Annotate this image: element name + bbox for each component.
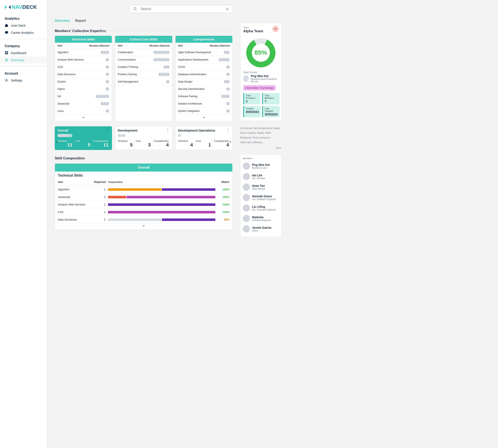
expertise-card-header: Critical Core Skills bbox=[115, 36, 172, 43]
home-icon bbox=[5, 23, 8, 27]
team-creator-label: Team Creator bbox=[243, 71, 278, 74]
expertise-row[interactable]: Solution Architecture bbox=[175, 100, 232, 107]
expertise-row[interactable]: Docker bbox=[55, 78, 112, 85]
composition-bar bbox=[108, 196, 215, 198]
search-input[interactable] bbox=[140, 7, 222, 11]
sidebar-item-career-analytics[interactable]: Career Analytics bbox=[0, 29, 47, 36]
expertise-row[interactable]: Database Administration bbox=[175, 71, 232, 78]
target-icon bbox=[5, 58, 8, 62]
composition-bar bbox=[108, 211, 215, 213]
expertise-row[interactable]: Git bbox=[55, 93, 112, 100]
clear-icon[interactable] bbox=[225, 7, 229, 11]
avatar-stack bbox=[105, 65, 109, 69]
chevron-down-icon bbox=[202, 116, 205, 119]
tab-overview[interactable]: Overview bbox=[55, 19, 70, 23]
kebab-menu-icon[interactable]: ⋮ bbox=[166, 129, 170, 131]
section-title-composition: Skill Composition bbox=[55, 156, 233, 160]
member-row[interactable]: Sean TanData Analyst bbox=[243, 182, 279, 192]
member-row[interactable]: Jennie GarciaIntern bbox=[243, 224, 279, 234]
expertise-card-header: Technical Skills bbox=[55, 36, 112, 43]
avatar-stack bbox=[153, 50, 170, 54]
chevron-left-icon[interactable]: ‹ bbox=[56, 139, 58, 144]
avatar-stack bbox=[101, 50, 109, 54]
sidebar-item-dashboard[interactable]: Dashboard bbox=[0, 49, 47, 56]
svg-rect-0 bbox=[5, 32, 8, 33]
expertise-expand[interactable] bbox=[175, 115, 232, 121]
member-row[interactable]: Png Wee KaiBackend Lead bbox=[243, 161, 279, 171]
svg-point-9 bbox=[134, 8, 136, 10]
composition-row: Algorithm1100% bbox=[55, 186, 232, 193]
avatar-stack bbox=[153, 58, 170, 62]
member-row[interactable]: Ian LimSnr. DevOps bbox=[243, 171, 279, 182]
expertise-row[interactable]: Creative Thinking bbox=[115, 64, 172, 71]
member-row[interactable]: NatashaSoftware Engineer bbox=[243, 213, 279, 224]
avatar-stack bbox=[226, 102, 230, 106]
avatar-stack bbox=[105, 72, 109, 76]
member-row[interactable]: Liu LilingSnr. Software Engineer bbox=[243, 203, 279, 213]
expertise-row[interactable]: Collaboration bbox=[115, 49, 172, 56]
nav-heading-account: Account bbox=[0, 69, 47, 77]
logo-icon bbox=[5, 5, 11, 10]
expertise-row[interactable]: CI/CD bbox=[175, 64, 232, 71]
function-card[interactable]: Development Operations⋮Technical4Core1Co… bbox=[175, 126, 233, 150]
composition-bar bbox=[108, 188, 215, 191]
avatar-stack bbox=[163, 65, 170, 69]
sidebar-item-user-deck[interactable]: User Deck bbox=[0, 22, 47, 29]
avatar-stack bbox=[105, 58, 109, 62]
composition-row: CSS1100% bbox=[55, 208, 232, 216]
expertise-card: Critical Core SkillsSkillMembers Matched… bbox=[115, 36, 172, 121]
col-composition: Composition bbox=[108, 181, 215, 183]
avatar-stack bbox=[158, 72, 170, 76]
function-card[interactable]: Development⋮Technical5Core3Competencies4 bbox=[115, 126, 172, 150]
expertise-row[interactable]: Data Design bbox=[175, 78, 232, 85]
members-label: Members bbox=[243, 157, 279, 160]
expertise-row[interactable]: Javascript bbox=[55, 100, 112, 107]
composition-expand[interactable] bbox=[55, 224, 232, 230]
team-description: In-house development team that mainly de… bbox=[240, 126, 281, 150]
stat-total-functions: Total Functions 3 bbox=[243, 93, 260, 104]
sidebar: NAVDECK Analytics User Deck Career Analy… bbox=[0, 0, 47, 448]
expertise-row[interactable]: Problem Solving bbox=[115, 71, 172, 78]
expertise-row[interactable]: System Integration bbox=[175, 107, 232, 115]
kebab-menu-icon[interactable]: ⋮ bbox=[226, 129, 230, 131]
chevron-down-icon bbox=[142, 224, 145, 227]
expertise-row[interactable]: Data Structures bbox=[55, 71, 112, 78]
team-card: Team Alpha Team AT 85% Team Creator Png … bbox=[240, 23, 281, 121]
sidebar-item-settings[interactable]: Settings bbox=[0, 77, 47, 84]
col-skill: Skill bbox=[58, 181, 91, 183]
col-match: Match bbox=[218, 180, 229, 183]
tabs: Overview Report bbox=[55, 19, 233, 23]
avatar bbox=[243, 215, 250, 222]
expertise-row[interactable]: Amazon Web Services bbox=[55, 56, 112, 64]
expertise-row[interactable]: Software Testing bbox=[175, 93, 232, 100]
expertise-expand[interactable] bbox=[55, 115, 112, 121]
expertise-row[interactable]: Agile Software Development bbox=[175, 49, 232, 56]
expertise-row[interactable]: Algorithm bbox=[55, 49, 112, 56]
gear-icon bbox=[5, 78, 8, 82]
avatar-stack bbox=[178, 134, 230, 137]
expertise-row[interactable]: Linux bbox=[55, 107, 112, 115]
expertise-row[interactable]: Communication bbox=[115, 56, 172, 64]
sidebar-item-summary[interactable]: Summary bbox=[0, 56, 47, 64]
search-box[interactable] bbox=[130, 5, 233, 13]
right-column: Team Alpha Team AT 85% Team Creator Png … bbox=[240, 0, 287, 448]
brand-logo: NAVDECK bbox=[0, 3, 47, 14]
nav-heading-company: Company bbox=[0, 42, 47, 49]
team-badge: AT bbox=[272, 26, 279, 32]
expertise-row[interactable]: CSS bbox=[55, 64, 112, 71]
tab-report[interactable]: Report bbox=[75, 19, 86, 23]
kebab-menu-icon[interactable]: ⋮ bbox=[105, 129, 109, 131]
avatar-stack bbox=[118, 134, 170, 137]
expertise-row[interactable]: Applications Development bbox=[175, 56, 232, 64]
expertise-row[interactable]: Security Administration bbox=[175, 85, 232, 93]
description-more[interactable]: More bbox=[240, 146, 281, 150]
member-row[interactable]: Hannah GraceSnr. Software Engineer bbox=[243, 192, 279, 203]
avatar-stack bbox=[226, 72, 230, 76]
avatar-stack bbox=[226, 109, 230, 113]
chevron-right-icon[interactable]: › bbox=[230, 139, 231, 144]
expertise-row[interactable]: Figma bbox=[55, 85, 112, 93]
creator-role: Backend Lead at NavDeck Pte Ltd bbox=[251, 78, 278, 83]
composition-row: Javascript3100% bbox=[55, 193, 232, 201]
function-card[interactable]: Overall⋮+2Technical11Core5Competencies11… bbox=[55, 126, 112, 150]
expertise-row[interactable]: Self Management bbox=[115, 78, 172, 85]
